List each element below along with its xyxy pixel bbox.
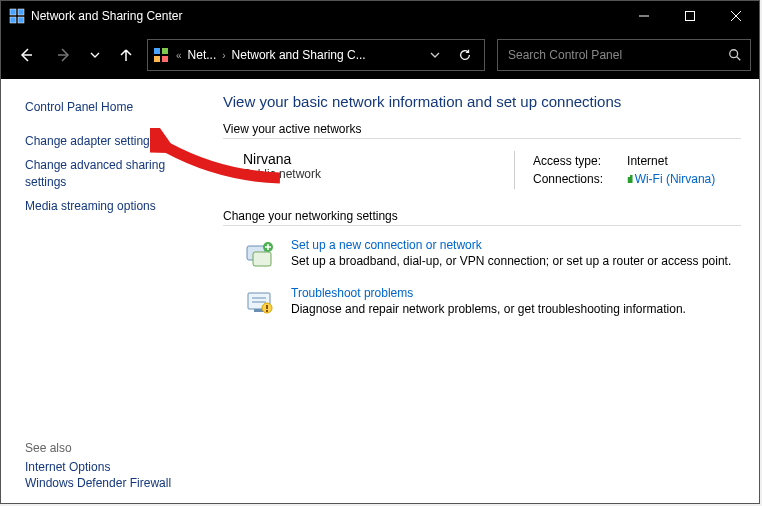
svg-rect-1 xyxy=(18,9,24,15)
svg-rect-17 xyxy=(253,252,271,266)
body: Control Panel Home Change adapter settin… xyxy=(1,79,759,503)
connections-label: Connections: xyxy=(533,171,607,187)
change-settings-label: Change your networking settings xyxy=(223,209,741,223)
divider xyxy=(223,138,741,139)
close-button[interactable] xyxy=(713,1,759,31)
active-network-block: Nirvana Public network Access type: Inte… xyxy=(243,151,741,189)
network-info-right: Access type: Internet Connections: ııll … xyxy=(531,151,741,189)
network-info-left: Nirvana Public network xyxy=(243,151,498,189)
wifi-signal-icon: ııll xyxy=(627,173,631,185)
media-streaming-link[interactable]: Media streaming options xyxy=(25,198,193,214)
control-panel-home-link[interactable]: Control Panel Home xyxy=(25,99,193,115)
see-also-label: See also xyxy=(25,441,193,455)
troubleshoot-desc: Diagnose and repair network problems, or… xyxy=(291,302,686,316)
svg-point-14 xyxy=(730,50,738,58)
breadcrumb[interactable]: « Net... › Network and Sharing C... xyxy=(147,39,485,71)
back-button[interactable] xyxy=(9,39,43,71)
svg-rect-5 xyxy=(686,12,695,21)
change-adapter-settings-link[interactable]: Change adapter settings xyxy=(25,133,193,149)
breadcrumb-item-1[interactable]: Net... xyxy=(188,48,217,62)
network-name: Nirvana xyxy=(243,151,498,167)
breadcrumb-item-2[interactable]: Network and Sharing C... xyxy=(232,48,366,62)
minimize-button[interactable] xyxy=(621,1,667,31)
divider-2 xyxy=(223,225,741,226)
svg-rect-10 xyxy=(154,48,160,54)
internet-options-link[interactable]: Internet Options xyxy=(25,460,110,474)
svg-rect-24 xyxy=(266,305,268,309)
svg-line-15 xyxy=(737,57,741,61)
vertical-divider xyxy=(514,151,515,189)
setup-connection-desc: Set up a broadband, dial-up, or VPN conn… xyxy=(291,254,731,268)
svg-rect-0 xyxy=(10,9,16,15)
svg-rect-2 xyxy=(10,17,16,23)
network-type: Public network xyxy=(243,167,498,181)
search-icon[interactable] xyxy=(722,48,742,62)
window-frame: Network and Sharing Center xyxy=(0,0,760,504)
svg-rect-3 xyxy=(18,17,24,23)
wifi-connection-link[interactable]: Wi-Fi (Nirvana) xyxy=(635,172,716,186)
app-icon xyxy=(9,8,25,24)
toolbar: « Net... › Network and Sharing C... xyxy=(1,31,759,79)
setup-connection-icon xyxy=(243,238,277,272)
active-networks-label: View your active networks xyxy=(223,122,741,136)
svg-rect-12 xyxy=(154,56,160,62)
troubleshoot-item: Troubleshoot problems Diagnose and repai… xyxy=(243,286,741,320)
setup-connection-link[interactable]: Set up a new connection or network xyxy=(291,238,731,252)
access-type-label: Access type: xyxy=(533,153,607,169)
svg-rect-25 xyxy=(266,310,268,312)
forward-button[interactable] xyxy=(47,39,81,71)
breadcrumb-dropdown[interactable] xyxy=(424,50,446,60)
svg-rect-11 xyxy=(162,48,168,54)
breadcrumb-prefix: « xyxy=(174,50,184,61)
setup-connection-item: Set up a new connection or network Set u… xyxy=(243,238,741,272)
search-input[interactable] xyxy=(506,47,722,63)
troubleshoot-link[interactable]: Troubleshoot problems xyxy=(291,286,686,300)
main-panel: View your basic network information and … xyxy=(205,79,759,503)
window-title: Network and Sharing Center xyxy=(31,9,621,23)
recent-dropdown[interactable] xyxy=(85,39,105,71)
chevron-right-icon: › xyxy=(220,50,227,61)
breadcrumb-icon xyxy=(152,46,170,64)
see-also-section: See also Internet Options Windows Defend… xyxy=(25,441,193,491)
sidebar: Control Panel Home Change adapter settin… xyxy=(1,79,205,503)
refresh-button[interactable] xyxy=(450,48,480,62)
svg-rect-13 xyxy=(162,56,168,62)
maximize-button[interactable] xyxy=(667,1,713,31)
troubleshoot-icon xyxy=(243,286,277,320)
search-box[interactable] xyxy=(497,39,751,71)
windows-defender-firewall-link[interactable]: Windows Defender Firewall xyxy=(25,476,171,490)
change-advanced-sharing-link[interactable]: Change advanced sharing settings xyxy=(25,157,193,189)
up-button[interactable] xyxy=(109,39,143,71)
titlebar: Network and Sharing Center xyxy=(1,1,759,31)
page-heading: View your basic network information and … xyxy=(223,93,741,110)
access-type-value: Internet xyxy=(609,153,719,169)
